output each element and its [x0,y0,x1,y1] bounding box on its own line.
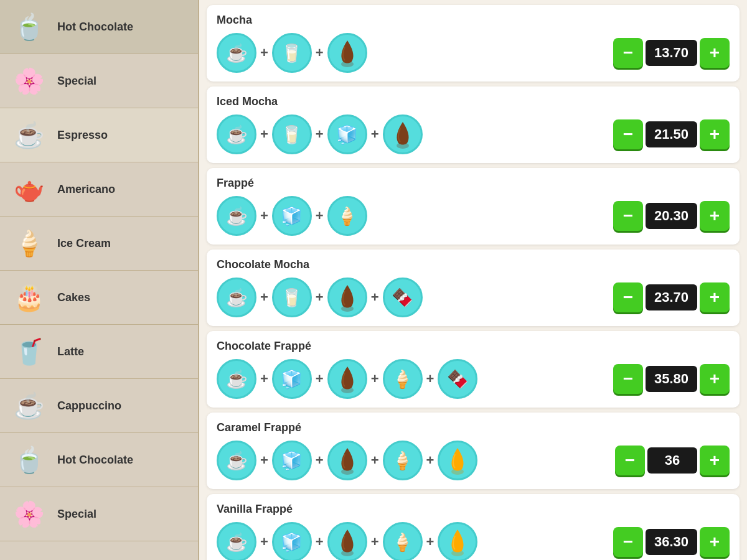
price-control-frappe: −20.30+ [613,201,730,231]
increase-price-iced-mocha[interactable]: + [700,119,730,149]
plus-sign: + [426,371,435,387]
recipe-card-frappe: Frappé☕+🧊+🍦−20.30+ [207,168,740,245]
sidebar-label-hot-chocolate-1: Hot Chocolate [57,21,133,34]
decrease-price-iced-mocha[interactable]: − [613,119,643,149]
sidebar-item-hot-chocolate-1[interactable]: 🍵Hot Chocolate [0,0,198,54]
ingredient-icon [327,278,367,317]
price-display-caramel-frappe: 36 [647,447,697,474]
ingredient-icon [327,359,367,399]
sidebar-label-cakes: Cakes [57,291,90,304]
sidebar-item-ice-cream[interactable]: 🍦Ice Cream [0,217,198,271]
sidebar-label-special: Special [57,75,96,88]
price-control-mocha: −13.70+ [613,38,730,68]
price-control-chocolate-frappe: −35.80+ [613,364,730,394]
sidebar-label-cappuccino: Cappuccino [57,399,121,413]
recipe-title-frappe: Frappé [217,177,730,190]
decrease-price-frappe[interactable]: − [613,201,643,231]
price-display-iced-mocha: 21.50 [646,121,697,147]
ingredient-icon: 🧊 [272,522,312,560]
increase-price-chocolate-frappe[interactable]: + [700,364,730,394]
decrease-price-mocha[interactable]: − [613,38,643,68]
plus-sign: + [316,45,324,61]
ingredients-mocha: ☕+🥛+ [217,33,367,73]
sidebar-icon-special: 🌸 [7,59,51,103]
sidebar-label-ice-cream: Ice Cream [57,237,111,250]
ingredient-icon: 🍦 [383,522,423,560]
ingredient-icon [383,114,423,154]
sidebar-label-hot-chocolate-2: Hot Chocolate [57,454,133,467]
sidebar-icon-special-2: 🌸 [7,492,51,536]
sidebar-label-americano: Americano [57,183,115,196]
plus-sign: + [426,452,435,469]
decrease-price-vanilla-frappe[interactable]: − [613,527,643,557]
sidebar-icon-latte: 🥤 [7,330,51,373]
plus-sign: + [371,289,379,306]
plus-sign: + [260,126,268,142]
ingredient-icon: ☕ [217,359,256,399]
price-control-iced-mocha: −21.50+ [613,119,730,149]
recipe-card-vanilla-frappe: Vanilla Frappé☕+🧊+ +🍦+ −36.30+ [207,494,740,560]
sidebar-icon-cakes: 🎂 [7,276,51,319]
ingredient-icon [327,33,367,73]
ingredient-icon: ☕ [217,33,256,73]
sidebar-item-special-2[interactable]: 🌸Special [0,487,198,541]
decrease-price-caramel-frappe[interactable]: − [615,446,645,475]
recipe-title-caramel-frappe: Caramel Frappé [217,421,730,434]
recipe-card-caramel-frappe: Caramel Frappé☕+🧊+ +🍦+ −36+ [207,413,740,489]
ingredient-icon [438,441,477,480]
price-control-chocolate-mocha: −23.70+ [613,282,730,312]
ingredient-icon: ☕ [217,441,256,480]
increase-price-mocha[interactable]: + [700,38,730,68]
ingredient-icon: 🧊 [272,441,312,480]
recipe-card-iced-mocha: Iced Mocha☕+🥛+🧊+ −21.50+ [207,86,740,163]
sidebar-icon-hot-chocolate-2: 🍵 [7,438,51,482]
ingredient-icon: 🍦 [383,441,423,480]
ingredients-chocolate-mocha: ☕+🥛+ +🍫 [217,278,423,317]
ingredient-icon: 🍫 [383,278,423,317]
sidebar-item-latte[interactable]: 🥤Latte [0,325,198,379]
recipe-card-mocha: Mocha☕+🥛+ −13.70+ [207,5,740,82]
plus-sign: + [316,371,324,387]
ingredient-icon: ☕ [217,114,256,154]
ingredient-icon [327,441,367,480]
sidebar-item-hot-chocolate-2[interactable]: 🍵Hot Chocolate [0,433,198,487]
sidebar-icon-ice-cream: 🍦 [7,222,51,265]
recipe-title-chocolate-frappe: Chocolate Frappé [217,340,730,353]
increase-price-vanilla-frappe[interactable]: + [700,527,730,557]
sidebar-item-cappuccino[interactable]: ☕Cappuccino [0,379,198,433]
increase-price-frappe[interactable]: + [700,201,730,231]
plus-sign: + [371,534,379,550]
decrease-price-chocolate-frappe[interactable]: − [613,364,643,394]
recipe-list: Mocha☕+🥛+ −13.70+Iced Mocha☕+🥛+🧊+ −21.50… [199,0,747,560]
plus-sign: + [316,534,324,550]
price-display-chocolate-frappe: 35.80 [646,366,697,392]
recipe-title-mocha: Mocha [217,14,730,27]
sidebar-item-americano[interactable]: 🫖Americano [0,162,198,217]
sidebar-icon-hot-chocolate-1: 🍵 [7,5,51,49]
sidebar-icon-cappuccino: ☕ [7,384,51,427]
increase-price-chocolate-mocha[interactable]: + [700,282,730,312]
plus-sign: + [260,452,268,469]
plus-sign: + [371,452,379,469]
ingredient-icon: 🥛 [272,278,312,317]
sidebar-icon-americano: 🫖 [7,167,51,211]
plus-sign: + [260,371,268,387]
ingredient-icon: 🧊 [272,196,312,236]
plus-sign: + [316,452,324,469]
increase-price-caramel-frappe[interactable]: + [700,446,730,475]
price-display-mocha: 13.70 [646,40,697,66]
sidebar-item-cakes[interactable]: 🎂Cakes [0,271,198,325]
ingredients-iced-mocha: ☕+🥛+🧊+ [217,114,423,154]
plus-sign: + [260,208,268,224]
sidebar-item-espresso[interactable]: ☕Espresso [0,108,198,162]
price-control-caramel-frappe: −36+ [615,446,730,475]
sidebar-label-special-2: Special [57,508,96,521]
decrease-price-chocolate-mocha[interactable]: − [613,282,643,312]
recipe-title-iced-mocha: Iced Mocha [217,95,730,108]
ingredient-icon: 🥛 [272,114,312,154]
sidebar: 🍵Hot Chocolate🌸Special☕Espresso🫖American… [0,0,199,560]
ingredient-icon [327,522,367,560]
plus-sign: + [260,289,268,306]
recipe-title-chocolate-mocha: Chocolate Mocha [217,258,730,271]
sidebar-item-special[interactable]: 🌸Special [0,54,198,108]
